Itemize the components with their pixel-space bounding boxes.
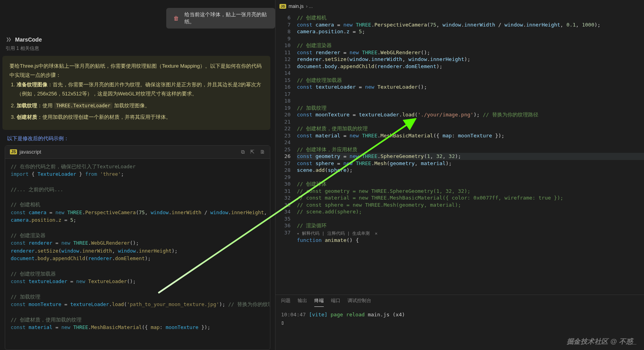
assistant-brand: MarsCode xyxy=(0,36,275,45)
js-badge-icon: JS xyxy=(279,4,286,9)
code-language-label: javascript xyxy=(19,149,41,155)
copy-icon[interactable]: ⧉ xyxy=(241,149,245,155)
code-block: JS javascript ⧉ ⇱ 🗎 // 在你的代码之前，确保已经引入了Te… xyxy=(5,145,270,350)
user-prompt-text: 给当前这个球体，贴上一张月亮的贴纸。 xyxy=(184,11,268,25)
close-icon[interactable]: ✕ xyxy=(375,231,378,236)
answer-intro: 要给Three.js中的球体贴上一张月亮的贴纸，你需要使用纹理贴图（Textur… xyxy=(9,61,263,80)
code-area[interactable]: // 创建相机const camera = new THREE.Perspect… xyxy=(294,13,644,295)
trash-icon[interactable]: 🗑 xyxy=(173,15,179,21)
insert-icon[interactable]: ⇱ xyxy=(250,149,255,155)
chat-panel: 🗑 给当前这个球体，贴上一张月亮的贴纸。 MarsCode 引用 1 相关信息 … xyxy=(0,0,275,350)
js-badge-icon: JS xyxy=(10,149,17,154)
tab-debug[interactable]: 调试控制台 xyxy=(348,297,371,307)
marscode-icon xyxy=(6,36,12,43)
newfile-icon[interactable]: 🗎 xyxy=(260,149,265,155)
terminal-tabs: 问题 输出 终端 端口 调试控制台 xyxy=(275,295,644,307)
tab-terminal[interactable]: 终端 xyxy=(314,297,324,307)
inline-code: THREE.TextureLoader xyxy=(54,103,112,109)
answer-step-3: 创建材质：使用加载的纹理创建一个新的材质，并将其应用于球体。 xyxy=(17,112,263,122)
watermark: 掘金技术社区 @ 不惑_ xyxy=(567,337,637,346)
code-editor[interactable]: 6789101112131415161718192021222324252627… xyxy=(275,13,644,295)
user-prompt-bubble: 🗑 给当前这个球体，贴上一张月亮的贴纸。 xyxy=(166,8,275,29)
code-block-body[interactable]: // 在你的代码之前，确保已经引入了TextureLoader import {… xyxy=(5,159,270,350)
tab-ports[interactable]: 端口 xyxy=(331,297,340,307)
code-block-header: JS javascript ⧉ ⇱ 🗎 xyxy=(5,146,270,159)
breadcrumb[interactable]: › ... xyxy=(306,4,313,9)
codelens[interactable]: ✦ 解释代码 | 注释代码 | 生成单测 ✕ xyxy=(297,230,644,237)
code-example-note: 以下是修改后的代码示例： xyxy=(0,134,275,145)
assistant-answer: 要给Three.js中的球体贴上一张月亮的贴纸，你需要使用纹理贴图（Textur… xyxy=(2,56,270,130)
answer-step-2: 加载纹理：使用 THREE.TextureLoader 加载纹理图像。 xyxy=(17,101,263,110)
assistant-name: MarsCode xyxy=(15,36,42,43)
reference-note[interactable]: 引用 1 相关信息 xyxy=(0,45,275,56)
tab-output[interactable]: 输出 xyxy=(298,297,307,307)
answer-step-1: 准备纹理图像：首先，你需要一张月亮的图片作为纹理。确保这张图片是正方形的，并且其… xyxy=(17,80,263,99)
line-gutter: 6789101112131415161718192021222324252627… xyxy=(275,13,294,295)
editor-filename[interactable]: main.js xyxy=(289,4,304,9)
editor-tabbar[interactable]: JS main.js › ... xyxy=(275,0,644,13)
tab-problems[interactable]: 问题 xyxy=(281,297,291,307)
editor-panel: JS main.js › ... 67891011121314151617181… xyxy=(275,0,644,350)
